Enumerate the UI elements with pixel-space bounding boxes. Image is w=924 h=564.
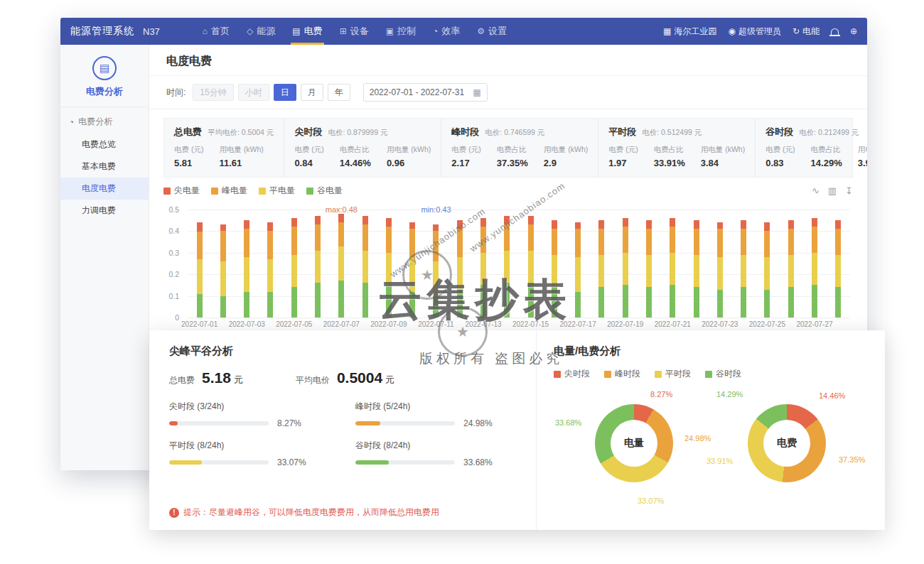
sidebar-item-fee-overview[interactable]: 电费总览 bbox=[60, 134, 149, 156]
bar-2022-07-16[interactable] bbox=[542, 210, 566, 318]
energy-donut-ring[interactable]: 电量 bbox=[595, 404, 673, 482]
nav-item-devices[interactable]: ⊞ 设备 bbox=[331, 18, 377, 45]
user-menu[interactable]: ◉ 超级管理员 bbox=[728, 26, 780, 38]
bar-2022-07-09[interactable] bbox=[377, 210, 400, 318]
donut-analysis-panel: 电量/电费分析 尖时段 峰时段 平时段 谷时段 bbox=[537, 330, 885, 530]
bar-2022-07-10[interactable] bbox=[401, 210, 424, 318]
time-button-15min[interactable]: 15分钟 bbox=[193, 84, 233, 101]
analysis-card: 尖峰平谷分析 总电费5.18元 平均电价0.5004元 尖时段 (3/24h) … bbox=[149, 330, 885, 530]
x-tick-label: 2022-07-19 bbox=[613, 320, 637, 330]
plot-area: 0.50.40.30.20.10 max:0.48 min:0.43 2022-… bbox=[163, 204, 853, 336]
legend-item-peak[interactable]: 峰时段 bbox=[604, 368, 640, 380]
bar-2022-07-15[interactable] bbox=[519, 210, 542, 318]
bar-2022-07-02[interactable] bbox=[211, 210, 235, 318]
legend-item-sharp[interactable]: 尖时段 bbox=[554, 368, 590, 380]
bar-2022-07-11[interactable] bbox=[424, 210, 448, 318]
total-fee-value: 5.18 bbox=[202, 369, 231, 386]
tip-message: ! 提示：尽量避峰用谷，可以降低电度电费费用，从而降低总用电费用 bbox=[169, 506, 439, 519]
bar-2022-07-25[interactable] bbox=[756, 210, 779, 318]
metric: 电费 (元) 5.81 bbox=[174, 145, 203, 168]
sidebar-section-fee-analysis[interactable]: ◔ 电费分析 bbox=[60, 107, 149, 134]
donut-center-label: 电费 bbox=[777, 437, 797, 450]
stat-card-price: 平均电价: 0.5004 元 bbox=[208, 128, 274, 138]
bar-2022-07-26[interactable] bbox=[779, 210, 802, 318]
bar-2022-07-22[interactable] bbox=[684, 210, 708, 318]
sidebar-item-energy-fee[interactable]: 电度电费 bbox=[60, 178, 149, 200]
bar-2022-07-03[interactable] bbox=[235, 210, 259, 318]
metric-value: 2.17 bbox=[451, 158, 480, 168]
bar-2022-07-05[interactable] bbox=[282, 210, 306, 318]
nav-item-efficiency[interactable]: ◔ 效率 bbox=[424, 18, 468, 45]
progress-label: 平时段 (8/24h) bbox=[169, 440, 330, 452]
time-button-hour[interactable]: 小时 bbox=[238, 84, 269, 101]
peak-swatch-icon bbox=[211, 188, 218, 195]
fee-donut-ring[interactable]: 电费 bbox=[748, 404, 826, 482]
legend-item-sharp[interactable]: 尖电量 bbox=[163, 185, 200, 197]
bar-2022-07-24[interactable] bbox=[731, 210, 755, 318]
metric-label: 电费占比 bbox=[497, 145, 528, 155]
bar-2022-07-07[interactable] bbox=[330, 210, 353, 318]
legend-item-flat[interactable]: 平时段 bbox=[655, 368, 691, 380]
legend-item-peak[interactable]: 峰电量 bbox=[211, 185, 247, 197]
bar-2022-07-27[interactable] bbox=[802, 210, 826, 318]
page-title: 电度电费 bbox=[149, 45, 867, 76]
bar-2022-07-21[interactable] bbox=[661, 210, 684, 318]
nav-item-home[interactable]: ⌂ 首页 bbox=[194, 18, 238, 45]
download-icon[interactable]: ↧ bbox=[845, 185, 853, 196]
sidebar-item-power-factor-fee[interactable]: 力调电费 bbox=[60, 200, 149, 222]
topbar: 能源管理系统 N37 ⌂ 首页 ◇ 能源 ▤ 电费 ⊞ 设备 bbox=[60, 18, 867, 45]
stat-card-title: 峰时段 bbox=[451, 126, 479, 139]
nav-item-control[interactable]: ▣ 控制 bbox=[377, 18, 424, 45]
bar-2022-07-12[interactable] bbox=[448, 210, 471, 318]
nav-label: 控制 bbox=[397, 25, 416, 38]
bar-plot: max:0.48 min:0.43 bbox=[188, 210, 850, 318]
bar-2022-07-20[interactable] bbox=[637, 210, 660, 318]
stat-card-title: 尖时段 bbox=[294, 126, 322, 139]
bar-2022-07-23[interactable] bbox=[708, 210, 731, 318]
bar-2022-07-14[interactable] bbox=[495, 210, 519, 318]
bar-2022-07-18[interactable] bbox=[590, 210, 613, 318]
legend-item-valley[interactable]: 谷时段 bbox=[705, 368, 741, 380]
line-chart-icon[interactable]: ∿ bbox=[812, 185, 820, 196]
progress-fill bbox=[169, 421, 178, 425]
sidebar-section-label: 电费分析 bbox=[78, 116, 112, 128]
legend-item-valley[interactable]: 谷电量 bbox=[306, 185, 343, 197]
y-tick-label: 0.1 bbox=[168, 292, 179, 300]
progress-label: 尖时段 (3/24h) bbox=[169, 401, 330, 413]
bar-2022-07-17[interactable] bbox=[566, 210, 590, 318]
language-button[interactable]: ⊕ bbox=[850, 26, 857, 36]
sidebar-item-basic-fee[interactable]: 基本电费 bbox=[60, 156, 149, 178]
x-tick-label bbox=[827, 320, 850, 330]
nav-item-settings[interactable]: ⚙ 设置 bbox=[468, 18, 515, 45]
time-button-year[interactable]: 年 bbox=[328, 84, 350, 101]
y-tick-label: 0 bbox=[175, 313, 179, 322]
x-tick-label: 2022-07-09 bbox=[377, 320, 400, 330]
time-button-month[interactable]: 月 bbox=[301, 84, 323, 101]
valley-swatch-icon bbox=[306, 188, 313, 195]
bar-2022-07-28[interactable] bbox=[827, 210, 850, 318]
time-button-day[interactable]: 日 bbox=[274, 84, 296, 101]
bar-2022-07-06[interactable] bbox=[306, 210, 329, 318]
notifications-button[interactable] bbox=[831, 28, 839, 35]
bar-2022-07-01[interactable] bbox=[188, 210, 211, 318]
energy-mode-selector[interactable]: ↻ 电能 bbox=[793, 26, 820, 38]
stat-card-total: 总电费 平均电价: 0.5004 元 电费 (元) 5.81 用电量 (kWh)… bbox=[164, 119, 284, 177]
legend-item-flat[interactable]: 平电量 bbox=[259, 185, 295, 197]
progress-item-valley: 谷时段 (8/24h) 33.68% bbox=[355, 440, 516, 467]
bar-chart-icon[interactable]: ▥ bbox=[828, 185, 837, 196]
bar-2022-07-04[interactable] bbox=[259, 210, 282, 318]
metric: 电费 (元) 1.97 bbox=[608, 145, 638, 168]
donut-value-label: 37.35% bbox=[839, 455, 865, 464]
bar-2022-07-08[interactable] bbox=[353, 210, 377, 318]
progress-label: 谷时段 (8/24h) bbox=[355, 440, 516, 452]
metric-value: 0.84 bbox=[294, 158, 323, 168]
avg-price-label: 平均电价 bbox=[296, 375, 330, 385]
park-selector[interactable]: ▦ 海尔工业园 bbox=[663, 26, 716, 38]
nav-item-energy[interactable]: ◇ 能源 bbox=[238, 18, 284, 45]
settings-icon: ⚙ bbox=[477, 26, 485, 36]
progress-percent: 33.07% bbox=[277, 457, 306, 467]
nav-item-electricity-fee[interactable]: ▤ 电费 bbox=[284, 18, 331, 45]
bar-2022-07-19[interactable] bbox=[613, 210, 637, 318]
bar-2022-07-13[interactable] bbox=[471, 210, 495, 318]
date-range-picker[interactable]: 2022-07-01 - 2022-07-31 ▦ bbox=[363, 83, 488, 102]
